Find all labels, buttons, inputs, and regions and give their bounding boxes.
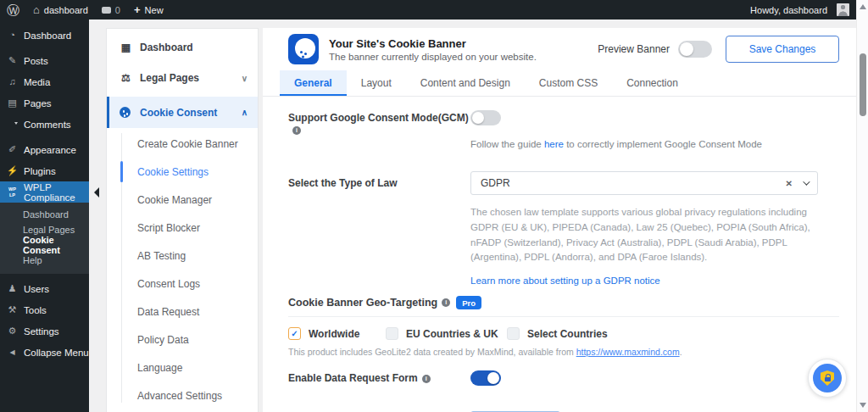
sidebar-item-comments[interactable]: Comments [0,114,89,135]
toggle-knob [487,372,499,384]
site-name: dashboard [44,5,88,15]
scrollbar-thumb[interactable] [860,53,866,116]
tab-layout[interactable]: Layout [347,70,406,96]
sidebar-item-posts[interactable]: ✎ Posts [0,50,89,71]
maxmind-link[interactable]: https://www.maxmind.com [576,347,680,357]
tab-general[interactable]: General [280,70,347,96]
gauge-icon: ◔ [6,31,19,40]
chevron-down-icon [803,178,810,185]
scroll-up-arrow[interactable] [860,4,866,9]
tab-custom-css[interactable]: Custom CSS [525,70,612,96]
plugin-nav-cookie-consent[interactable]: Cookie Consent ∧ [107,97,258,128]
geo-targeting-header: Cookie Banner Geo-Targeting i Pro [263,296,856,309]
geo-options-row: ✓ Worldwide EU Countries & UK Select Cou… [263,327,856,340]
nav-cookie-settings[interactable]: Cookie Settings [107,158,258,186]
plugin-nav: ▦ Dashboard ⚖ Legal Pages ∨ Cookie Conse… [106,28,259,412]
sidebar-item-label: Dashboard [24,31,71,41]
gcm-toggle[interactable] [470,110,501,125]
sidebar-item-label: Pages [24,98,52,109]
sidebar-item-appearance[interactable]: ✐ Appearance [0,139,89,160]
sidebar-item-settings[interactable]: ⚙ Settings [0,320,89,342]
wplp-submenu: Dashboard Legal Pages Cookie Consent Hel… [0,203,89,274]
plugin-nav-label: Legal Pages [140,72,199,84]
gcm-guide-link[interactable]: here [544,139,564,149]
collapse-icon: ◀ [6,349,19,356]
scroll-down-arrow[interactable] [860,403,866,408]
gcm-label: Support Google Consent Mode(GCM)i [288,110,470,149]
chevron-up-icon: ∧ [242,108,248,117]
account-menu[interactable]: Howdy, dashboard [743,0,856,19]
nav-script-blocker[interactable]: Script Blocker [107,214,258,242]
admin-bar: Ⓦ ⌂ dashboard 0 + New Howdy, dashboard [0,0,856,19]
sidebar-item-label: Plugins [24,166,56,176]
pro-badge: Pro [456,296,481,309]
info-icon[interactable]: i [422,375,431,383]
preview-banner-toggle[interactable] [678,41,712,58]
grid-icon: ▦ [120,42,132,53]
cookie-consent-submenu: Create Cookie Banner Cookie Settings Coo… [107,128,258,409]
data-request-toggle[interactable] [470,370,501,386]
worldwide-checkbox[interactable]: ✓ [288,327,301,340]
brush-icon: ✐ [6,145,19,154]
media-icon: ♫ [6,77,19,86]
submenu-item-dashboard[interactable]: Dashboard [0,207,89,222]
nav-cookie-manager[interactable]: Cookie Manager [107,186,258,214]
data-request-label: Enable Data Request Formi [288,370,470,389]
law-select-value: GDPR [481,177,510,189]
badge-circle [813,364,842,393]
sidebar-item-users[interactable]: ♟ Users [0,278,89,299]
toggle-knob [680,42,693,56]
new-label: New [145,5,164,15]
nav-policy-data[interactable]: Policy Data [107,326,258,354]
plugin-nav-dashboard[interactable]: ▦ Dashboard [107,32,258,63]
plugin-icon: ⚡ [6,166,19,175]
gcm-row: Support Google Consent Mode(GCM)i Follow… [263,110,856,149]
select-countries-checkbox[interactable] [507,327,520,340]
sidebar-item-media[interactable]: ♫ Media [0,71,89,92]
wordpress-logo-icon: Ⓦ [7,3,19,16]
sidebar-item-dashboard[interactable]: ◔ Dashboard [0,25,89,46]
eu-countries-checkbox[interactable] [386,327,398,340]
sidebar-item-pages[interactable]: ▤ Pages [0,92,89,114]
gdpr-learn-more-link[interactable]: Learn more about setting up a GDPR notic… [470,276,660,286]
scrollbar[interactable] [856,0,868,412]
sidebar-item-plugins[interactable]: ⚡ Plugins [0,160,89,181]
page-title: Your Site's Cookie Banner [329,37,537,50]
chevron-down-icon: ∨ [242,74,248,83]
site-menu[interactable]: ⌂ dashboard [26,0,95,19]
clear-icon[interactable]: ✕ [786,179,793,188]
users-icon: ♟ [6,284,19,293]
save-changes-button[interactable]: Save Changes [726,36,839,63]
cookie-icon [120,107,131,118]
new-menu[interactable]: + New [127,0,170,19]
tab-connection[interactable]: Connection [612,70,693,96]
home-icon: ⌂ [33,4,40,15]
howdy-text: Howdy, dashboard [750,5,827,15]
nav-language[interactable]: Language [107,354,258,381]
sidebar-item-tools[interactable]: ⚒ Tools [0,299,89,320]
info-icon[interactable]: i [292,126,301,135]
avatar [837,3,849,16]
toggle-knob [472,112,484,124]
nav-ab-testing[interactable]: AB Testing [107,242,258,270]
collapse-menu-button[interactable]: ◀ Collapse Menu [0,342,89,363]
cookie-banner-icon [288,34,319,64]
plugin-nav-legal-pages[interactable]: ⚖ Legal Pages ∨ [107,63,258,93]
submenu-item-cookie-consent[interactable]: Cookie Consent [0,237,89,253]
nav-create-cookie-banner[interactable]: Create Cookie Banner [107,130,258,158]
nav-data-request[interactable]: Data Request [107,298,258,326]
banner-header: Your Site's Cookie Banner The banner cur… [263,28,856,69]
gear-icon: ⚙ [6,326,19,336]
wp-logo-menu[interactable]: Ⓦ [0,0,26,19]
comment-count: 0 [115,5,120,15]
sidebar-item-wplp-compliance[interactable]: WPLP WPLP Compliance [0,181,89,203]
nav-advanced-settings[interactable]: Advanced Settings [107,381,258,409]
nav-consent-logs[interactable]: Consent Logs [107,270,258,298]
law-help-text: The chosen law template supports various… [470,205,823,265]
compliance-badge-button[interactable] [808,359,847,398]
comments-menu[interactable]: 0 [95,0,127,19]
tab-content-and-design[interactable]: Content and Design [406,70,525,96]
law-select[interactable]: GDPR ✕ [470,171,818,195]
info-icon[interactable]: i [442,298,450,307]
data-request-row: Enable Data Request Formi [263,370,856,389]
